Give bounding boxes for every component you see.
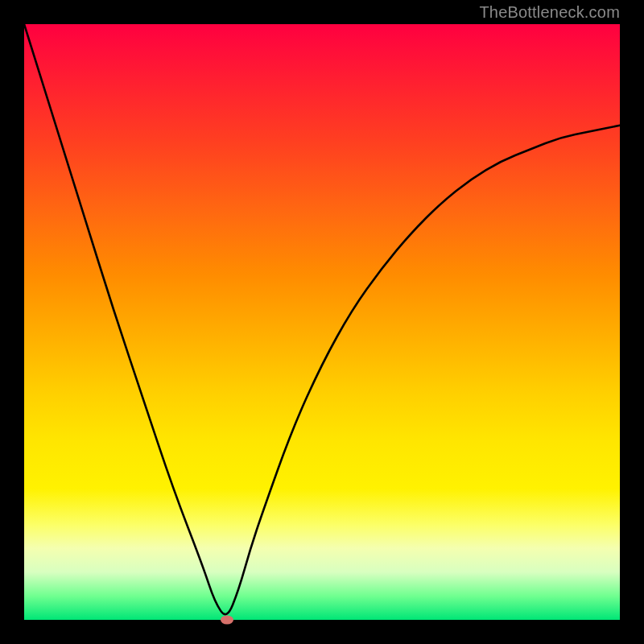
- chart-frame: TheBottleneck.com: [0, 0, 644, 644]
- plot-area: [24, 24, 620, 620]
- watermark-text: TheBottleneck.com: [479, 3, 620, 22]
- min-marker: [221, 616, 233, 625]
- bottleneck-curve: [24, 24, 620, 614]
- curve-svg: [24, 24, 620, 620]
